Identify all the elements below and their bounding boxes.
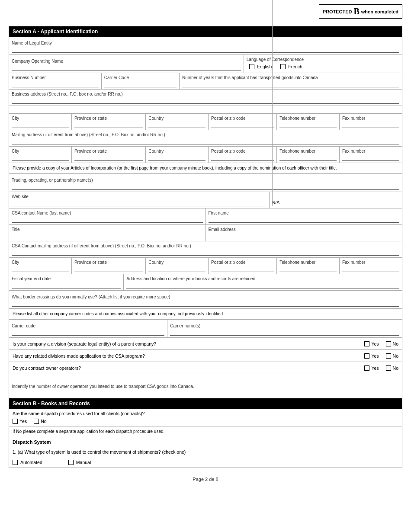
- csa-fax-input[interactable]: [342, 266, 399, 272]
- mailing-address-label-row: Mailing address (if different from above…: [9, 130, 402, 147]
- business-fax-input[interactable]: [342, 122, 399, 128]
- carrier-code-label: Carrier Code: [104, 75, 177, 80]
- division-question: Is your company a division (separate leg…: [13, 341, 364, 346]
- mailing-fax-input[interactable]: [342, 155, 399, 161]
- automated-checkbox[interactable]: [13, 460, 18, 465]
- company-name-input[interactable]: [12, 65, 241, 71]
- legal-entity-label: Name of Legal Entity: [12, 40, 399, 46]
- business-country-input[interactable]: [148, 122, 206, 128]
- division-yes-option[interactable]: Yes: [364, 341, 379, 346]
- contract-yes-checkbox[interactable]: [364, 365, 369, 371]
- csa-city-row: City Province or state Country Postal or…: [9, 258, 402, 274]
- contract-no-option[interactable]: No: [386, 365, 398, 371]
- fiscal-input[interactable]: [12, 282, 121, 288]
- dispatch-options-row: Automated Manual: [9, 457, 402, 468]
- owner-operators-input[interactable]: [12, 390, 399, 396]
- articles-note-row: Please provide a copy of your Articles o…: [9, 163, 402, 174]
- related-yes-checkbox[interactable]: [364, 353, 369, 359]
- legal-entity-input[interactable]: [12, 47, 399, 53]
- related-divisions-question: Have any related divisions made applicat…: [13, 353, 364, 359]
- csa-country-cell: Country: [146, 258, 209, 274]
- mailing-province-input[interactable]: [74, 155, 143, 161]
- mailing-country-input[interactable]: [148, 155, 206, 161]
- title-input[interactable]: [12, 233, 203, 239]
- dispatch-no-checkbox[interactable]: [34, 419, 39, 424]
- manual-checkbox[interactable]: [68, 460, 74, 465]
- company-language-row: Company Operating Name Language of Corre…: [9, 55, 402, 73]
- csa-city-label: City: [12, 260, 69, 265]
- books-input[interactable]: [126, 282, 399, 288]
- dispatch-yes-checkbox[interactable]: [13, 419, 18, 424]
- mailing-city-input[interactable]: [12, 155, 69, 161]
- mailing-postal-cell: Postal or zip code: [209, 147, 277, 163]
- dispatch-no-option[interactable]: No: [34, 419, 46, 424]
- years-input[interactable]: [182, 81, 399, 87]
- english-option[interactable]: English: [249, 64, 272, 69]
- csa-province-input[interactable]: [74, 266, 143, 272]
- language-label: Language of Correspondence: [247, 57, 399, 62]
- division-no-option[interactable]: No: [386, 341, 398, 346]
- division-no-checkbox[interactable]: [386, 341, 391, 346]
- related-yes-option[interactable]: Yes: [364, 353, 379, 359]
- mailing-postal-input[interactable]: [211, 155, 274, 161]
- contract-no-checkbox[interactable]: [386, 365, 391, 371]
- csa-city-input[interactable]: [12, 266, 69, 272]
- carrier-names-input[interactable]: [170, 330, 399, 336]
- carrier-code-cell: Carrier Code: [102, 73, 180, 89]
- trading-name-input[interactable]: [12, 184, 399, 190]
- fiscal-books-row: Fiscal year end date Address and locatio…: [9, 274, 402, 291]
- csa-city-cell: City: [9, 258, 72, 274]
- business-province-input[interactable]: [74, 122, 143, 128]
- business-tel-label: Telephone number: [279, 115, 337, 121]
- email-label: Email address: [209, 227, 400, 232]
- carrier-code-input[interactable]: [104, 81, 177, 87]
- business-number-input[interactable]: [12, 81, 99, 87]
- mailing-tel-input[interactable]: [279, 155, 337, 161]
- mailing-address-input[interactable]: [12, 138, 399, 144]
- business-address-label-cell: Business address (Street no., P.O. box n…: [9, 90, 402, 106]
- title-cell: Title: [9, 225, 206, 241]
- division-yes-checkbox[interactable]: [364, 341, 369, 346]
- csa-mailing-input[interactable]: [12, 250, 399, 256]
- first-name-input[interactable]: [209, 217, 400, 223]
- na-cell: N/A: [270, 192, 402, 208]
- csa-fax-cell: Fax number: [340, 258, 402, 274]
- related-no-option[interactable]: No: [386, 353, 398, 359]
- business-city-input[interactable]: [12, 122, 69, 128]
- contract-yes-option[interactable]: Yes: [364, 365, 379, 371]
- csa-last-input[interactable]: [12, 217, 203, 223]
- dispatch-question-row: 1. (a) What type of system is used to co…: [9, 447, 402, 457]
- mailing-address-label: Mailing address (if different from above…: [12, 132, 399, 138]
- csa-postal-input[interactable]: [211, 266, 274, 272]
- french-checkbox[interactable]: [280, 64, 286, 69]
- trading-name-cell: Trading, operating, or partnership name(…: [9, 174, 402, 192]
- business-city-cell: City: [9, 114, 72, 130]
- section-b-header: Section B - Books and Records: [9, 398, 402, 409]
- business-tel-input[interactable]: [279, 122, 337, 128]
- mailing-country-label: Country: [148, 148, 206, 154]
- border-crossings-label: What border crossings do you normally us…: [12, 294, 399, 300]
- mailing-tel-label: Telephone number: [279, 148, 337, 154]
- automated-option[interactable]: Automated: [13, 460, 42, 465]
- manual-option[interactable]: Manual: [68, 460, 91, 465]
- business-tel-cell: Telephone number: [277, 114, 340, 130]
- french-option[interactable]: French: [280, 64, 302, 69]
- business-address-input[interactable]: [12, 98, 399, 104]
- contract-operators-options: Yes No: [364, 365, 398, 371]
- website-input[interactable]: [12, 200, 267, 206]
- carrier-code-left-input[interactable]: [12, 330, 164, 336]
- website-row: Web site N/A: [9, 192, 402, 208]
- related-no-checkbox[interactable]: [386, 353, 391, 359]
- protected-label: PROTECTED: [323, 9, 352, 14]
- business-postal-input[interactable]: [211, 122, 274, 128]
- related-divisions-options: Yes No: [364, 353, 398, 359]
- english-checkbox[interactable]: [249, 64, 254, 69]
- csa-country-input[interactable]: [148, 266, 206, 272]
- contract-operators-row: Do you contract owner operators? Yes No: [9, 362, 402, 374]
- border-crossings-input[interactable]: [12, 301, 399, 307]
- csa-fax-label: Fax number: [342, 260, 399, 265]
- dispatch-yes-option[interactable]: Yes: [13, 419, 27, 424]
- email-input[interactable]: [209, 233, 400, 239]
- csa-tel-input[interactable]: [279, 266, 337, 272]
- business-postal-cell: Postal or zip code: [209, 114, 277, 130]
